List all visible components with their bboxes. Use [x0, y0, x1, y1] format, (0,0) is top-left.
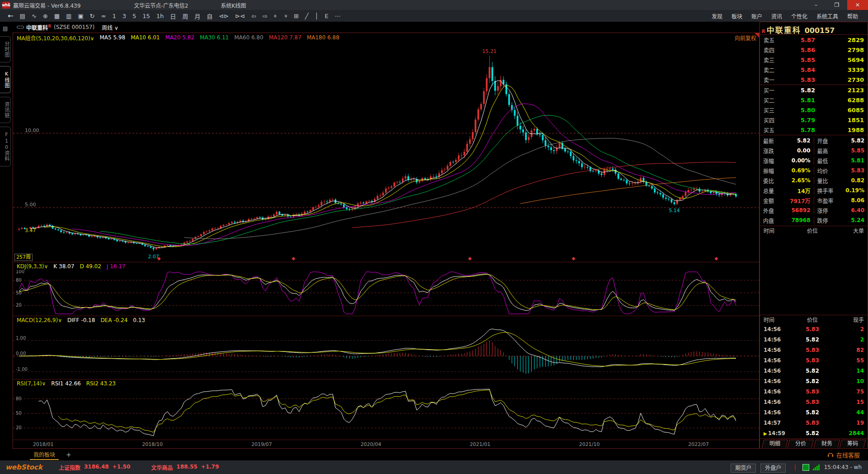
- order-book-row[interactable]: 卖四5.862798: [760, 45, 868, 55]
- online-service-link[interactable]: 在线客服: [827, 450, 860, 459]
- sidebar-tab-F10资料[interactable]: F10资料: [0, 127, 11, 166]
- order-book-row[interactable]: 买五5.781988: [760, 125, 868, 135]
- period-15min[interactable]: 15: [142, 13, 150, 19]
- rsi-indicator-chart[interactable]: [13, 387, 759, 440]
- indicator-label[interactable]: MACD(12,26,9)∨: [17, 317, 62, 323]
- my-board-tab[interactable]: 我的板块: [30, 449, 59, 460]
- rights-flag: R: [762, 29, 765, 34]
- panel-toggle-icon[interactable]: ▤: [3, 25, 8, 32]
- quote-tab-财务[interactable]: 财务: [813, 440, 840, 448]
- pan-right-icon[interactable]: ⇨: [263, 13, 268, 19]
- period-day[interactable]: 日: [170, 12, 176, 20]
- menu-系统工具[interactable]: 系统工具: [816, 12, 838, 20]
- indicator-value: MA180 6.88: [307, 34, 340, 41]
- tick-row[interactable]: 14:565.8382: [760, 345, 868, 355]
- time-axis-label: 2022/07: [688, 441, 709, 447]
- menu-资讯[interactable]: 资讯: [771, 12, 782, 20]
- tick-row[interactable]: 14:565.8214: [760, 365, 868, 376]
- stat-row: 振幅0.69%均价5.83: [760, 166, 868, 175]
- more-tools-icon[interactable]: ⋯: [335, 13, 340, 19]
- menu-帮助[interactable]: 帮助: [847, 12, 858, 20]
- indicator-label[interactable]: RSI(7,14)∨: [17, 380, 46, 387]
- period-5min[interactable]: 5: [132, 13, 136, 19]
- kdj-indicator-chart[interactable]: [13, 270, 759, 316]
- tick-row[interactable]: ▶14:595.822844: [760, 428, 868, 438]
- sidebar-tab-分时图[interactable]: 分时图: [0, 36, 11, 62]
- indicator-label[interactable]: MA组合(5,10,20,30,60,120)∨: [17, 34, 94, 42]
- tick-row[interactable]: 14:575.8319: [760, 417, 868, 428]
- order-book-row[interactable]: 卖五5.872829: [760, 35, 868, 45]
- period-custom[interactable]: 自: [207, 12, 212, 20]
- main-candlestick-chart[interactable]: [13, 42, 759, 262]
- indicator-value: MA10 6.01: [131, 34, 160, 41]
- menu-个性化[interactable]: 个性化: [791, 12, 807, 20]
- period-3min[interactable]: 3: [123, 13, 126, 19]
- period-month[interactable]: 月: [194, 12, 200, 20]
- status-bar: webStock 上证指数3186.48+1.50文华商品188.55+1.79…: [0, 460, 868, 474]
- indicator-label[interactable]: KDJ(9,3,3)∨: [17, 263, 48, 270]
- maximize-button[interactable]: ❐: [826, 0, 847, 10]
- vertical-line-icon[interactable]: │: [315, 13, 318, 19]
- period-week[interactable]: 周: [182, 12, 188, 20]
- order-book-row[interactable]: 卖二5.843339: [760, 65, 868, 75]
- zoom-in-icon[interactable]: ⊳⊲: [235, 13, 245, 19]
- fib-lines-icon[interactable]: E: [325, 13, 328, 19]
- period-1hour[interactable]: 1h: [156, 13, 164, 19]
- indicator-value: 0.13: [133, 317, 145, 323]
- period-1min[interactable]: 1: [112, 13, 116, 19]
- order-book-row[interactable]: 卖一5.832730: [760, 75, 868, 85]
- tick-row[interactable]: 14:565.822: [760, 334, 868, 345]
- back-icon[interactable]: ←: [8, 12, 14, 20]
- pan-left-icon[interactable]: ⇦: [251, 13, 256, 19]
- crosshair-icon[interactable]: ⊕: [43, 13, 48, 19]
- order-book-row[interactable]: 买三5.806085: [760, 105, 868, 115]
- sidebar-tab-资讯链[interactable]: 资讯链: [0, 97, 11, 123]
- macd-indicator-chart[interactable]: [13, 324, 759, 379]
- account-button-期货户[interactable]: 期货户: [731, 464, 756, 473]
- draw-trendline-icon[interactable]: ╱: [305, 13, 309, 19]
- scroll-down-icon[interactable]: «: [284, 13, 288, 19]
- sidebar-tab-K线图[interactable]: K线图: [0, 66, 11, 93]
- order-book-row[interactable]: 卖三5.855694: [760, 55, 868, 65]
- time-axis-label: 2021/01: [470, 441, 491, 447]
- refresh-icon[interactable]: ↻: [90, 13, 95, 19]
- save-layout-icon[interactable]: ▣: [78, 13, 83, 19]
- tick-row[interactable]: 14:565.8375: [760, 386, 868, 397]
- quote-board-icon[interactable]: ▤: [20, 13, 25, 19]
- add-board-button[interactable]: +: [66, 451, 71, 458]
- tick-row[interactable]: 14:565.8355: [760, 355, 868, 365]
- panel-chart-icon[interactable]: ▥: [66, 13, 71, 19]
- account-button-外盘户[interactable]: 外盘户: [760, 464, 786, 473]
- tick-row[interactable]: 14:565.8210: [760, 376, 868, 386]
- menu-发现[interactable]: 发现: [712, 12, 722, 20]
- tick-row[interactable]: 14:565.8315: [760, 397, 868, 407]
- link-icon[interactable]: ⊂⊃: [16, 24, 24, 30]
- menu-账户[interactable]: 账户: [751, 12, 762, 20]
- close-button[interactable]: ✕: [847, 0, 868, 10]
- trend-line-icon[interactable]: ∿: [32, 13, 37, 19]
- order-book-row[interactable]: 买一5.822123: [760, 85, 868, 95]
- quote-tab-明细[interactable]: 明细: [762, 440, 788, 448]
- time-axis-label: 2018/01: [33, 441, 54, 447]
- tick-row[interactable]: 14:565.8244: [760, 407, 868, 417]
- bars-count-badge: 257周: [14, 254, 33, 261]
- menu-板块[interactable]: 板块: [731, 12, 742, 20]
- ma-readout-row: MA组合(5,10,20,30,60,120)∨MA5 5.98MA10 6.0…: [13, 33, 759, 42]
- grid-chart-icon[interactable]: ▦: [54, 13, 60, 19]
- wave-indicator-icon[interactable]: ≈: [101, 13, 106, 19]
- zoom-out-icon[interactable]: ⊲⊳: [219, 13, 229, 19]
- period-dropdown[interactable]: 周线 ∨: [102, 24, 118, 31]
- stat-row: 委比2.65%量比0.82: [760, 175, 868, 185]
- big-order-table-header: 时间价位大单: [760, 226, 868, 235]
- quote-tab-筹码[interactable]: 筹码: [840, 440, 866, 448]
- scroll-up-icon[interactable]: «: [274, 13, 278, 19]
- macd-readout-row: MACD(12,26,9)∨DIFF -0.18DEA -0.240.13: [13, 316, 759, 324]
- time-axis-label: 2021/10: [579, 441, 600, 447]
- quote-tab-分价[interactable]: 分价: [788, 440, 814, 448]
- minimize-button[interactable]: –: [806, 0, 826, 10]
- order-book-row[interactable]: 买四5.791851: [760, 115, 868, 125]
- tick-row[interactable]: 14:565.832: [760, 324, 868, 334]
- layout-grid-icon[interactable]: ⊞: [294, 13, 299, 19]
- order-book-row[interactable]: 买二5.816288: [760, 95, 868, 105]
- adjust-mode-label[interactable]: 向前复权: [735, 34, 756, 42]
